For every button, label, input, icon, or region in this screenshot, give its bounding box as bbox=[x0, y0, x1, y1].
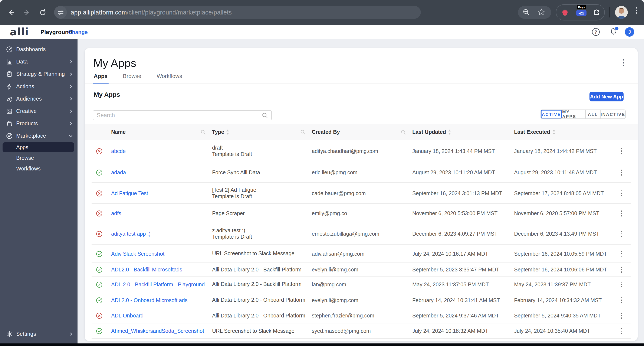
created-by: ian@pmg.com bbox=[310, 281, 411, 287]
row-menu-button[interactable] bbox=[620, 296, 623, 304]
row-menu-button[interactable] bbox=[620, 147, 623, 155]
sidebar-item-apps[interactable]: Apps bbox=[0, 142, 78, 153]
sidebar-item-products[interactable]: Products bbox=[0, 117, 78, 130]
table-row[interactable]: ADL OnboardAlli Data Library 2.0 - Onboa… bbox=[85, 308, 638, 323]
sidebar-item-strategy-planning[interactable]: Strategy & Planning bbox=[0, 68, 78, 80]
app-name-link[interactable]: ADL 2.0 - Backfill Platform - Playground bbox=[111, 281, 205, 287]
table-row[interactable]: adfsPage Scraperemily@pmg.coNovember 6, … bbox=[85, 204, 638, 223]
browser-profile-avatar[interactable] bbox=[615, 6, 628, 19]
sidebar-item-settings[interactable]: Settings bbox=[0, 328, 78, 340]
tab-workflows[interactable]: Workflows bbox=[157, 73, 182, 84]
bookmark-button[interactable] bbox=[536, 7, 547, 18]
column-header-name[interactable]: Name bbox=[111, 129, 126, 135]
app-name-link[interactable]: adada bbox=[111, 170, 126, 176]
sidebar-item-creative[interactable]: Creative bbox=[0, 105, 78, 117]
user-avatar[interactable]: J bbox=[625, 27, 634, 37]
row-menu-button[interactable] bbox=[620, 280, 623, 289]
table-row[interactable]: ADL2.0 - Onboard Microsoft adsAlli Data … bbox=[85, 292, 638, 308]
column-search-icon[interactable] bbox=[300, 129, 306, 134]
column-search-icon[interactable] bbox=[200, 129, 206, 134]
strawberry-extension-button[interactable] bbox=[559, 7, 570, 18]
row-menu-button[interactable] bbox=[620, 311, 623, 320]
site-info-button[interactable] bbox=[54, 6, 67, 19]
tab-apps[interactable]: Apps bbox=[94, 73, 108, 84]
created-by: evelyn.li@pmg.com bbox=[310, 297, 411, 303]
table-row[interactable]: ADL 2.0 - Backfill Platform - Playground… bbox=[85, 276, 638, 292]
row-menu-button[interactable] bbox=[620, 230, 623, 238]
column-header-last-updated[interactable]: Last Updated bbox=[412, 129, 446, 135]
row-menu-button[interactable] bbox=[620, 265, 623, 274]
column-search-icon[interactable] bbox=[401, 129, 406, 134]
column-header-type[interactable]: Type bbox=[212, 129, 224, 135]
table-row[interactable]: abcdedraftTemplate is Draftaditya.chaudh… bbox=[85, 140, 638, 162]
sidebar-item-marketplace[interactable]: Marketplace bbox=[0, 130, 78, 142]
filter-all[interactable]: ALL bbox=[586, 110, 600, 118]
row-menu-button[interactable] bbox=[620, 327, 623, 335]
row-menu-button[interactable] bbox=[620, 209, 623, 218]
sort-icon[interactable] bbox=[552, 129, 556, 134]
tab-bar: Apps Browse Workflows bbox=[94, 73, 182, 84]
app-name-link[interactable]: Adiv Slack Screenshot bbox=[111, 251, 164, 257]
app-name-link[interactable]: Ahmed_WhiskersandSoda_Screenshot bbox=[111, 328, 204, 334]
sidebar-item-browse[interactable]: Browse bbox=[0, 153, 78, 163]
chevron-right-icon bbox=[68, 121, 73, 126]
last-updated: August 29, 2023 10:11:20 AM MDT bbox=[411, 170, 513, 176]
filter-inactive[interactable]: INACTIVE bbox=[600, 110, 625, 118]
sidebar-item-dashboards[interactable]: Dashboards bbox=[0, 43, 78, 55]
sidebar-item-workflows[interactable]: Workflows bbox=[0, 163, 78, 174]
sort-icon[interactable] bbox=[226, 129, 229, 134]
column-header-created-by[interactable]: Created By bbox=[312, 129, 340, 135]
help-button[interactable]: ? bbox=[592, 28, 600, 36]
card-menu-button[interactable] bbox=[623, 59, 624, 66]
chevron-right-icon bbox=[68, 60, 73, 64]
change-workspace-link[interactable]: Change bbox=[68, 30, 88, 35]
status-success-icon bbox=[96, 169, 103, 176]
table-row[interactable]: Adiv Slack ScreenshotURL Screenshot to S… bbox=[85, 245, 638, 263]
created-by: adiv.ahsan@pmg.com bbox=[310, 251, 411, 257]
shopping-bag-icon bbox=[6, 120, 13, 127]
browser-zoom-button[interactable] bbox=[520, 7, 532, 18]
browser-menu-button[interactable] bbox=[633, 7, 640, 14]
tab-browse[interactable]: Browse bbox=[123, 73, 142, 84]
app-name-link[interactable]: ADL2.0 - Onboard Microsoft ads bbox=[111, 297, 188, 303]
table-row[interactable]: aditya test app :)z.aditya test :)Templa… bbox=[85, 223, 638, 245]
last-updated: July 24, 2024 10:18:32 AM MDT bbox=[411, 328, 513, 334]
column-header-last-executed[interactable]: Last Executed bbox=[514, 129, 550, 135]
browser-reload-button[interactable] bbox=[37, 7, 48, 18]
compass-icon bbox=[6, 132, 13, 139]
app-type: Alli Data Library 2.0 - Onboard Platform bbox=[211, 297, 310, 303]
notifications-button[interactable] bbox=[610, 28, 618, 36]
table-row[interactable]: adadaForce Sync Alli Dataeric.lieu@pmg.c… bbox=[85, 162, 638, 183]
extensions-menu-button[interactable] bbox=[591, 7, 602, 18]
filter-my-apps[interactable]: MY APPS bbox=[562, 110, 586, 118]
last-updated: July 24, 2024 10:16:17 AM MDT bbox=[411, 251, 513, 257]
app-name-link[interactable]: ADL2.0 - Backfill Microsoftads bbox=[111, 267, 182, 273]
table-row[interactable]: Ahmed_WhiskersandSoda_ScreenshotURL Scre… bbox=[85, 323, 638, 339]
sidebar-item-data[interactable]: Data bbox=[0, 55, 78, 68]
table-row[interactable]: ADL2.0 - Backfill MicrosoftadsAlli Data … bbox=[85, 263, 638, 276]
search-input[interactable] bbox=[93, 112, 262, 118]
app-name-link[interactable]: aditya test app :) bbox=[111, 231, 150, 237]
row-menu-button[interactable] bbox=[620, 189, 623, 197]
browser-forward-button[interactable] bbox=[21, 7, 33, 18]
sidebar-item-audiences[interactable]: Audiences bbox=[0, 93, 78, 105]
table-row[interactable]: Ad Fatigue Test[Test 2] Ad FatigueTempla… bbox=[85, 183, 638, 204]
created-by: aditya.chaudhari@pmg.com bbox=[310, 148, 411, 154]
sidebar-item-actions[interactable]: Actions bbox=[0, 80, 78, 93]
filter-active[interactable]: ACTIVE bbox=[541, 110, 562, 118]
days-extension-badge[interactable]: Days -22 bbox=[575, 5, 588, 16]
row-menu-button[interactable] bbox=[620, 249, 623, 258]
created-by: syed.masood@pmg.com bbox=[310, 328, 411, 334]
sort-icon[interactable] bbox=[448, 129, 451, 134]
add-new-app-button[interactable]: Add New App bbox=[590, 92, 624, 101]
app-name-link[interactable]: ADL Onboard bbox=[111, 313, 144, 319]
address-bar[interactable]: app.alliplatform.com/client/playground/m… bbox=[54, 6, 421, 19]
app-name-link[interactable]: Ad Fatigue Test bbox=[111, 190, 148, 196]
row-menu-button[interactable] bbox=[620, 168, 623, 177]
created-by: evelyn.li@pmg.com bbox=[310, 267, 411, 273]
created-by: cade.bauer@pmg.com bbox=[310, 190, 411, 196]
browser-back-button[interactable] bbox=[5, 7, 17, 18]
app-name-link[interactable]: adfs bbox=[111, 210, 121, 216]
app-name-link[interactable]: abcde bbox=[111, 148, 126, 154]
url-text: app.alliplatform.com/client/playground/m… bbox=[71, 9, 232, 16]
